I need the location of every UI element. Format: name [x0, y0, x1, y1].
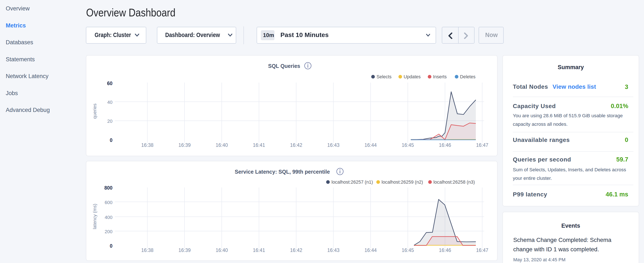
svg-text:16:44: 16:44 — [364, 247, 377, 253]
svg-text:queries: queries — [92, 103, 98, 119]
svg-text:0: 0 — [110, 243, 112, 249]
svg-text:16:42: 16:42 — [290, 142, 302, 148]
svg-text:200: 200 — [104, 229, 112, 234]
svg-text:16:45: 16:45 — [402, 142, 414, 148]
svg-text:60: 60 — [107, 81, 112, 86]
svg-text:800: 800 — [104, 185, 112, 191]
svg-text:400: 400 — [104, 215, 112, 220]
svg-text:16:41: 16:41 — [253, 247, 265, 253]
svg-text:16:46: 16:46 — [439, 142, 451, 148]
svg-text:16:38: 16:38 — [141, 247, 154, 253]
svg-text:16:42: 16:42 — [290, 247, 302, 253]
svg-text:latency (ms): latency (ms) — [92, 204, 98, 229]
svg-text:600: 600 — [104, 200, 112, 205]
svg-text:0: 0 — [110, 137, 112, 143]
svg-text:16:47: 16:47 — [476, 142, 488, 148]
svg-text:16:40: 16:40 — [216, 142, 228, 148]
svg-text:20: 20 — [107, 119, 112, 124]
svg-text:16:40: 16:40 — [216, 247, 228, 253]
svg-text:16:46: 16:46 — [439, 247, 451, 253]
svg-text:16:39: 16:39 — [178, 142, 191, 148]
svg-text:16:38: 16:38 — [141, 142, 154, 148]
svg-text:16:39: 16:39 — [178, 247, 191, 253]
svg-text:16:43: 16:43 — [327, 247, 340, 253]
svg-text:40: 40 — [107, 100, 112, 105]
svg-text:16:44: 16:44 — [364, 142, 377, 148]
svg-text:16:43: 16:43 — [327, 142, 340, 148]
svg-text:16:45: 16:45 — [402, 247, 414, 253]
svg-text:16:47: 16:47 — [476, 247, 488, 253]
svg-text:16:41: 16:41 — [253, 142, 265, 148]
